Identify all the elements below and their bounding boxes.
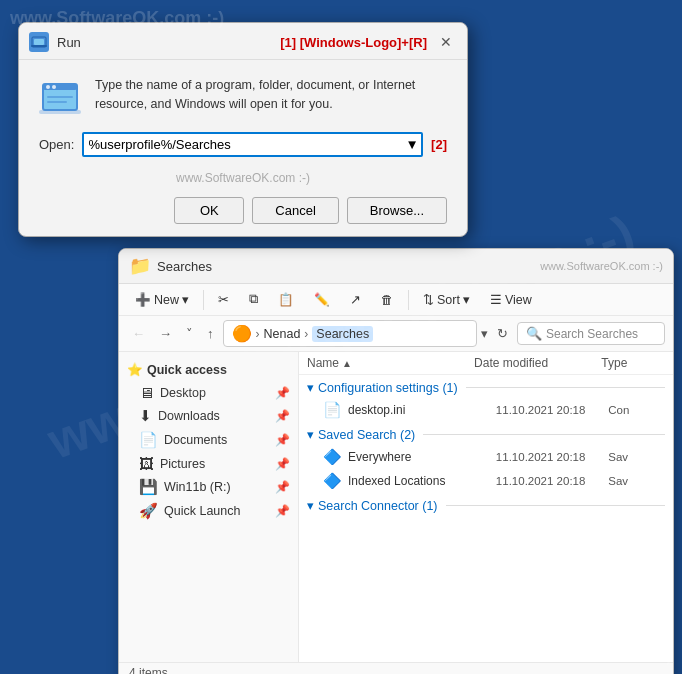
sort-chevron-icon: ▾: [463, 292, 470, 307]
path-separator-1: ›: [256, 327, 260, 341]
explorer-folder-icon: 📁: [129, 255, 151, 277]
file-ini-icon: 📄: [323, 401, 342, 419]
new-label: New: [154, 293, 179, 307]
view-icon: ☰: [490, 292, 502, 307]
run-cancel-button[interactable]: Cancel: [252, 197, 338, 224]
sidebar-item-desktop[interactable]: 🖥 Desktop 📌: [119, 381, 298, 404]
group-saved-line: [423, 434, 665, 435]
explorer-statusbar: 4 items: [119, 662, 673, 674]
group-config-line: [466, 387, 665, 388]
delete-icon: 🗑: [381, 293, 394, 307]
rename-button[interactable]: ✏️: [306, 288, 338, 311]
paste-button[interactable]: 📋: [270, 288, 302, 311]
group-saved-label: Saved Search (2): [318, 428, 415, 442]
everywhere-name: Everywhere: [348, 450, 490, 464]
indexed-date: 11.10.2021 20:18: [496, 475, 602, 487]
toolbar-separator-1: [203, 290, 204, 310]
forward-button[interactable]: →: [154, 323, 177, 344]
sidebar-quick-launch-label: Quick Launch: [164, 504, 240, 518]
sort-button[interactable]: ⇅ Sort ▾: [415, 288, 478, 311]
file-ini-type: Con: [608, 404, 665, 416]
back-button[interactable]: ←: [127, 323, 150, 344]
group-search-connector[interactable]: ▾ Search Connector (1): [299, 493, 673, 516]
explorer-title: Searches: [157, 259, 534, 274]
run-buttons: OK Cancel Browse...: [39, 193, 447, 224]
downloads-icon: ⬇: [139, 407, 152, 425]
view-label: View: [505, 293, 532, 307]
delete-button[interactable]: 🗑: [373, 289, 402, 311]
group-config-settings[interactable]: ▾ Configuration settings (1): [299, 375, 673, 398]
group-saved-search[interactable]: ▾ Saved Search (2): [299, 422, 673, 445]
col-type-header[interactable]: Type: [601, 356, 665, 370]
path-separator-2: ›: [304, 327, 308, 341]
cut-button[interactable]: ✂: [210, 288, 237, 311]
run-browse-button[interactable]: Browse...: [347, 197, 447, 224]
run-close-button[interactable]: ✕: [435, 31, 457, 53]
explorer-window: 📁 Searches www.SoftwareOK.com :-) ➕ New …: [118, 248, 674, 674]
sidebar-pin-desktop: 📌: [275, 386, 290, 400]
table-row[interactable]: 🔷 Everywhere 11.10.2021 20:18 Sav: [299, 445, 673, 469]
table-row[interactable]: 🔷 Indexed Locations 11.10.2021 20:18 Sav: [299, 469, 673, 493]
svg-point-5: [46, 85, 50, 89]
documents-icon: 📄: [139, 431, 158, 449]
run-dropdown-button[interactable]: ▼: [401, 132, 423, 157]
indexed-type: Sav: [608, 475, 665, 487]
explorer-title-bar: 📁 Searches www.SoftwareOK.com :-): [119, 249, 673, 284]
path-nenad[interactable]: Nenad: [264, 327, 301, 341]
run-input[interactable]: [82, 132, 423, 157]
search-input[interactable]: [546, 327, 656, 341]
group-connector-label: Search Connector (1): [318, 499, 438, 513]
sidebar-item-win11b[interactable]: 💾 Win11b (R:) 📌: [119, 475, 298, 499]
path-searches[interactable]: Searches: [312, 326, 373, 342]
run-hotkey: [1] [Windows-Logo]+[R]: [280, 35, 427, 50]
share-button[interactable]: ↗: [342, 288, 369, 311]
sidebar-documents-label: Documents: [164, 433, 227, 447]
quick-launch-icon: 🚀: [139, 502, 158, 520]
sidebar-pin-downloads: 📌: [275, 409, 290, 423]
address-dropdown-button[interactable]: ▾: [481, 326, 488, 341]
pictures-icon: 🖼: [139, 455, 154, 472]
everywhere-icon: 🔷: [323, 448, 342, 466]
copy-button[interactable]: ⧉: [241, 288, 266, 311]
table-row[interactable]: 📄 desktop.ini 11.10.2021 20:18 Con: [299, 398, 673, 422]
run-title-text: Run: [57, 35, 280, 50]
col-name-header[interactable]: Name ▲: [307, 356, 466, 370]
indexed-name: Indexed Locations: [348, 474, 490, 488]
sort-icon: ⇅: [423, 292, 434, 307]
explorer-main: ⭐ Quick access 🖥 Desktop 📌 ⬇ Downloads 📌…: [119, 352, 673, 662]
sidebar-item-documents[interactable]: 📄 Documents 📌: [119, 428, 298, 452]
group-config-label: Configuration settings (1): [318, 381, 458, 395]
sidebar-item-downloads[interactable]: ⬇ Downloads 📌: [119, 404, 298, 428]
run-ok-button[interactable]: OK: [174, 197, 244, 224]
refresh-button[interactable]: ↻: [492, 323, 513, 344]
sort-arrow-icon: ▲: [342, 358, 352, 369]
sidebar-win11b-label: Win11b (R:): [164, 480, 231, 494]
run-title-bar: Run [1] [Windows-Logo]+[R] ✕: [19, 23, 467, 60]
run-program-icon: [39, 76, 81, 118]
svg-rect-2: [31, 45, 47, 47]
address-path[interactable]: 🟠 › Nenad › Searches: [223, 320, 478, 347]
sidebar-item-pictures[interactable]: 🖼 Pictures 📌: [119, 452, 298, 475]
col-date-header[interactable]: Date modified: [474, 356, 593, 370]
status-items: 4 items: [129, 666, 168, 674]
sort-label: Sort: [437, 293, 460, 307]
dropdown-button[interactable]: ˅: [181, 323, 198, 344]
run-open-label: Open:: [39, 137, 74, 152]
rename-icon: ✏️: [314, 292, 330, 307]
up-button[interactable]: ↑: [202, 323, 219, 344]
everywhere-date: 11.10.2021 20:18: [496, 451, 602, 463]
sidebar-pictures-label: Pictures: [160, 457, 205, 471]
sidebar-item-quick-launch[interactable]: 🚀 Quick Launch 📌: [119, 499, 298, 523]
new-button[interactable]: ➕ New ▾: [127, 288, 197, 311]
sidebar-downloads-label: Downloads: [158, 409, 220, 423]
run-inner-watermark: www.SoftwareOK.com :-): [39, 171, 447, 185]
sidebar-pin-quick-launch: 📌: [275, 504, 290, 518]
search-icon: 🔍: [526, 326, 542, 341]
explorer-sidebar: ⭐ Quick access 🖥 Desktop 📌 ⬇ Downloads 📌…: [119, 352, 299, 662]
search-box[interactable]: 🔍: [517, 322, 665, 345]
view-button[interactable]: ☰ View: [482, 288, 540, 311]
explorer-title-watermark: www.SoftwareOK.com :-): [540, 260, 663, 272]
sidebar-pin-win11b: 📌: [275, 480, 290, 494]
new-chevron-icon: ▾: [182, 292, 189, 307]
svg-point-6: [52, 85, 56, 89]
